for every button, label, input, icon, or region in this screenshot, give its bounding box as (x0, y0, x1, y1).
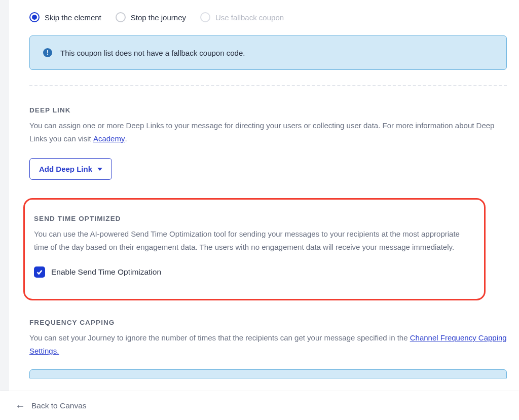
section-description: You can use the AI-powered Send Time Opt… (34, 227, 475, 253)
radio-label: Stop the journey (131, 13, 186, 22)
section-title: FREQUENCY CAPPING (29, 319, 507, 326)
info-icon: ! (43, 48, 52, 57)
radio-label: Use fallback coupon (215, 13, 284, 22)
desc-text-after: . (125, 134, 127, 143)
section-description: You can assign one or more Deep Links to… (29, 119, 507, 145)
send-time-highlight: SEND TIME OPTIMIZED You can use the AI-p… (23, 198, 486, 300)
section-title: SEND TIME OPTIMIZED (34, 215, 475, 222)
alert-text: This coupon list does not have a fallbac… (60, 49, 245, 57)
radio-use-fallback: Use fallback coupon (200, 12, 284, 22)
check-icon (36, 269, 43, 276)
radio-indicator (200, 12, 210, 22)
checkbox-indicator (34, 266, 45, 278)
section-frequency-capping: FREQUENCY CAPPING You can set your Journ… (29, 300, 507, 378)
back-to-canvas-link[interactable]: Back to Canvas (31, 401, 87, 410)
radio-stop-journey[interactable]: Stop the journey (116, 12, 186, 22)
arrow-left-icon[interactable]: ← (15, 401, 25, 411)
section-title: DEEP LINK (29, 106, 507, 114)
section-deep-link: DEEP LINK You can assign one or more Dee… (29, 86, 507, 180)
left-gutter (0, 0, 9, 391)
radio-skip-element[interactable]: Skip the element (29, 12, 101, 22)
fallback-info-alert: ! This coupon list does not have a fallb… (29, 35, 507, 70)
frequency-info-alert (29, 369, 507, 378)
coupon-fallback-radio-group: Skip the element Stop the journey Use fa… (29, 0, 507, 35)
desc-text: You can set your Journey to ignore the n… (29, 333, 410, 342)
radio-indicator (29, 12, 40, 22)
section-description: You can set your Journey to ignore the n… (29, 331, 507, 357)
checkbox-label: Enable Send Time Optimization (51, 268, 161, 277)
enable-send-time-checkbox[interactable]: Enable Send Time Optimization (34, 266, 475, 278)
button-label: Add Deep Link (39, 165, 92, 173)
radio-indicator (116, 12, 126, 22)
footer-bar: ← Back to Canvas (0, 391, 519, 420)
chevron-down-icon (97, 168, 102, 171)
academy-link[interactable]: Academy (93, 134, 125, 143)
main-panel: Skip the element Stop the journey Use fa… (9, 0, 519, 391)
radio-label: Skip the element (45, 13, 101, 22)
add-deep-link-button[interactable]: Add Deep Link (29, 158, 112, 180)
